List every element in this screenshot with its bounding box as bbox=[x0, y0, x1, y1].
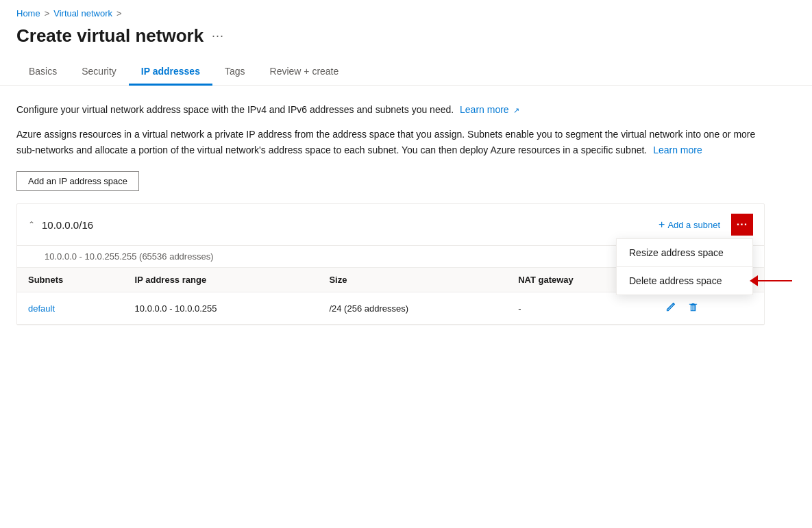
arrow-head bbox=[750, 275, 758, 286]
description-2: Azure assigns resources in a virtual net… bbox=[16, 127, 765, 158]
tab-review-create[interactable]: Review + create bbox=[258, 59, 352, 86]
collapse-chevron-icon[interactable]: ⌃ bbox=[28, 220, 35, 229]
tabs-nav: Basics Security IP addresses Tags Review… bbox=[0, 59, 812, 86]
page-header: Create virtual network ··· bbox=[0, 23, 812, 59]
col-ip-range: IP address range bbox=[124, 268, 319, 292]
col-subnets: Subnets bbox=[17, 268, 124, 292]
address-block: ⌃ 10.0.0.0/16 + Add a subnet ··· Resize … bbox=[16, 203, 765, 325]
delete-subnet-button[interactable] bbox=[685, 301, 701, 316]
address-cidr: 10.0.0.0/16 bbox=[42, 219, 646, 231]
plus-icon: + bbox=[659, 218, 665, 231]
arrow-line bbox=[758, 280, 792, 281]
learn-more-link-1[interactable]: Learn more bbox=[460, 104, 509, 115]
row-actions bbox=[663, 301, 753, 316]
main-content: Configure your virtual network address s… bbox=[0, 102, 781, 325]
ellipsis-dropdown-wrapper: ··· Resize address space Delete address … bbox=[731, 214, 753, 236]
breadcrumb-home[interactable]: Home bbox=[16, 8, 40, 18]
subnet-actions-cell bbox=[652, 292, 764, 325]
page-title: Create virtual network bbox=[16, 25, 204, 47]
address-header: ⌃ 10.0.0.0/16 + Add a subnet ··· Resize … bbox=[17, 204, 764, 246]
tab-basics[interactable]: Basics bbox=[16, 59, 69, 86]
delete-arrow-annotation bbox=[750, 275, 792, 286]
tab-security[interactable]: Security bbox=[69, 59, 129, 86]
tab-ip-addresses[interactable]: IP addresses bbox=[129, 59, 212, 86]
more-options-icon[interactable]: ··· bbox=[212, 29, 224, 43]
tab-tags[interactable]: Tags bbox=[212, 59, 258, 86]
breadcrumb-sep2: > bbox=[116, 8, 122, 18]
dropdown-menu: Resize address space Delete address spac… bbox=[616, 238, 753, 295]
description-1: Configure your virtual network address s… bbox=[16, 102, 765, 117]
add-subnet-button[interactable]: + Add a subnet bbox=[653, 216, 726, 234]
edit-subnet-button[interactable] bbox=[663, 301, 678, 316]
delete-address-space-item[interactable]: Delete address space bbox=[617, 267, 752, 294]
breadcrumb-virtual-network[interactable]: Virtual network bbox=[53, 8, 112, 18]
learn-more-link-2[interactable]: Learn more bbox=[653, 144, 702, 155]
external-link-icon-1: ↗ bbox=[513, 106, 519, 114]
col-size: Size bbox=[318, 268, 507, 292]
ellipsis-button[interactable]: ··· bbox=[731, 214, 753, 236]
address-actions: + Add a subnet ··· Resize address space … bbox=[653, 214, 753, 236]
subnet-name-cell: default bbox=[17, 292, 124, 325]
breadcrumb-sep1: > bbox=[45, 8, 50, 18]
subnet-size-cell: /24 (256 addresses) bbox=[318, 292, 507, 325]
table-row: default 10.0.0.0 - 10.0.0.255 /24 (256 a… bbox=[17, 292, 764, 325]
resize-address-space-item[interactable]: Resize address space bbox=[617, 239, 752, 267]
subnet-name-link[interactable]: default bbox=[28, 303, 55, 314]
breadcrumb: Home > Virtual network > bbox=[0, 0, 812, 23]
subnet-ip-range-cell: 10.0.0.0 - 10.0.0.255 bbox=[124, 292, 319, 325]
subnet-nat-gateway-cell: - bbox=[507, 292, 651, 325]
add-ip-address-space-button[interactable]: Add an IP address space bbox=[16, 171, 139, 191]
